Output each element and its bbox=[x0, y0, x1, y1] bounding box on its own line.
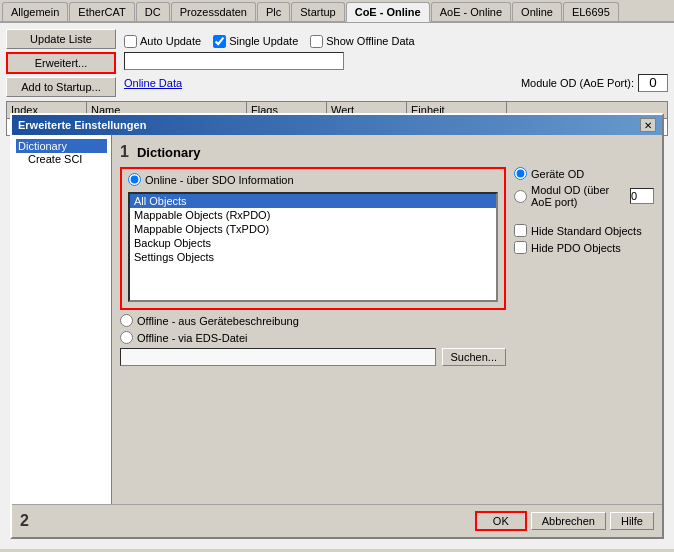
radio-geraete-od[interactable]: Geräte OD bbox=[514, 167, 654, 180]
tab-aoe-online[interactable]: AoE - Online bbox=[431, 2, 511, 21]
list-item-all-objects[interactable]: All Objects bbox=[130, 194, 496, 208]
offline-eds-input[interactable] bbox=[120, 348, 436, 366]
two-col-layout: Online - über SDO Information All Object… bbox=[120, 167, 654, 366]
radio-offline-eds[interactable]: Offline - via EDS-Datei bbox=[120, 331, 506, 344]
online-data-link[interactable]: Online Data bbox=[124, 77, 182, 89]
module-od-input[interactable] bbox=[638, 74, 668, 92]
list-box[interactable]: All Objects Mappable Objects (RxPDO) Map… bbox=[128, 192, 498, 302]
list-item-settings[interactable]: Settings Objects bbox=[130, 250, 496, 264]
right-checkboxes: Hide Standard Objects Hide PDO Objects bbox=[514, 224, 654, 254]
hide-pdo-checkbox[interactable]: Hide PDO Objects bbox=[514, 241, 654, 254]
ok-button[interactable]: OK bbox=[475, 511, 527, 531]
tab-bar: Allgemein EtherCAT DC Prozessdaten Plc S… bbox=[0, 0, 674, 23]
dialog-overlay: Erweiterte Einstellungen ✕ Dictionary Cr… bbox=[10, 113, 664, 539]
tab-ethercat[interactable]: EtherCAT bbox=[69, 2, 134, 21]
offline-eds-row: Suchen... bbox=[120, 348, 506, 366]
help-button[interactable]: Hilfe bbox=[610, 512, 654, 530]
radio-modul-od[interactable]: Modul OD (über AoE port) bbox=[514, 184, 654, 208]
tab-prozessdaten[interactable]: Prozessdaten bbox=[171, 2, 256, 21]
right-col: Geräte OD Modul OD (über AoE port) Hide … bbox=[514, 167, 654, 366]
tree-panel: Dictionary Create SCI bbox=[12, 135, 112, 504]
online-section: Online - über SDO Information All Object… bbox=[120, 167, 506, 310]
tab-startup[interactable]: Startup bbox=[291, 2, 344, 21]
right-panel: 1 Dictionary Online - über SDO Informati… bbox=[112, 135, 662, 504]
dialog-body: Dictionary Create SCI 1 Dictionary bbox=[12, 135, 662, 504]
tab-coe-online[interactable]: CoE - Online bbox=[346, 2, 430, 22]
left-buttons: Update Liste Erweitert... Add to Startup… bbox=[6, 29, 116, 97]
progress-bar bbox=[124, 52, 344, 70]
suchen-button[interactable]: Suchen... bbox=[442, 348, 506, 366]
left-col: Online - über SDO Information All Object… bbox=[120, 167, 506, 366]
radio-online[interactable]: Online - über SDO Information bbox=[128, 173, 498, 186]
list-item-mappable-tx[interactable]: Mappable Objects (TxPDO) bbox=[130, 222, 496, 236]
toolbar-row: Update Liste Erweitert... Add to Startup… bbox=[6, 29, 668, 97]
tab-plc[interactable]: Plc bbox=[257, 2, 290, 21]
modul-od-input[interactable] bbox=[630, 188, 654, 204]
section-2-number: 2 bbox=[20, 512, 29, 530]
main-content: Update Liste Erweitert... Add to Startup… bbox=[0, 23, 674, 549]
auto-update-checkbox[interactable]: Auto Update bbox=[124, 35, 201, 48]
show-offline-data-checkbox[interactable]: Show Offline Data bbox=[310, 35, 414, 48]
dialog-footer: 2 OK Abbrechen Hilfe bbox=[12, 504, 662, 537]
tab-dc[interactable]: DC bbox=[136, 2, 170, 21]
panel-title: Dictionary bbox=[137, 145, 201, 160]
module-od-row: Module OD (AoE Port): bbox=[521, 74, 668, 92]
single-update-checkbox[interactable]: Single Update bbox=[213, 35, 298, 48]
erweitert-button[interactable]: Erweitert... bbox=[6, 52, 116, 74]
list-item-backup[interactable]: Backup Objects bbox=[130, 236, 496, 250]
tab-allgemein[interactable]: Allgemein bbox=[2, 2, 68, 21]
tree-item-dictionary[interactable]: Dictionary bbox=[16, 139, 107, 153]
radio-offline[interactable]: Offline - aus Gerätebeschreibung bbox=[120, 314, 506, 327]
tree-item-create-sci[interactable]: Create SCI bbox=[16, 153, 107, 165]
list-item-mappable-rx[interactable]: Mappable Objects (RxPDO) bbox=[130, 208, 496, 222]
section-1-number: 1 bbox=[120, 143, 129, 161]
cancel-button[interactable]: Abbrechen bbox=[531, 512, 606, 530]
tab-el6695[interactable]: EL6695 bbox=[563, 2, 619, 21]
dialog-titlebar: Erweiterte Einstellungen ✕ bbox=[12, 115, 662, 135]
add-to-startup-button[interactable]: Add to Startup... bbox=[6, 77, 116, 97]
dialog-close-button[interactable]: ✕ bbox=[640, 118, 656, 132]
checkbox-row: Auto Update Single Update Show Offline D… bbox=[124, 35, 668, 48]
tab-online[interactable]: Online bbox=[512, 2, 562, 21]
hide-standard-checkbox[interactable]: Hide Standard Objects bbox=[514, 224, 654, 237]
dialog-title: Erweiterte Einstellungen bbox=[18, 119, 146, 131]
module-od-label: Module OD (AoE Port): bbox=[521, 77, 634, 89]
update-liste-button[interactable]: Update Liste bbox=[6, 29, 116, 49]
